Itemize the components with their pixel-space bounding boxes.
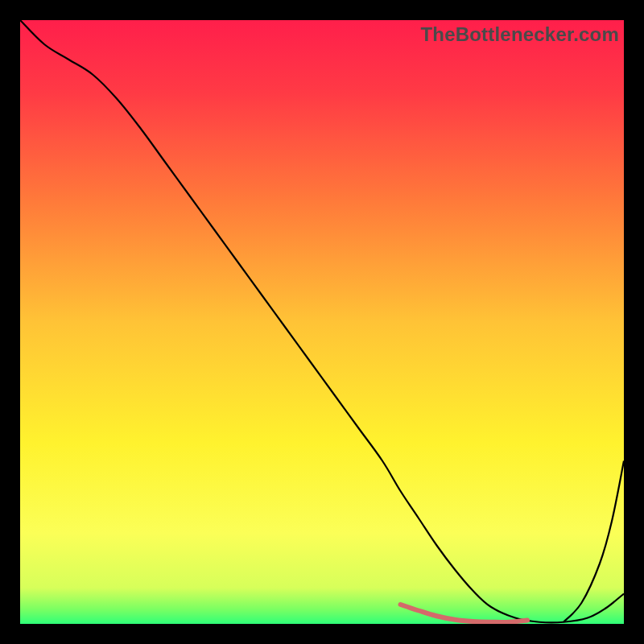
bottleneck-chart — [20, 20, 624, 624]
chart-frame: TheBottlenecker.com — [20, 20, 624, 624]
watermark-text: TheBottlenecker.com — [420, 23, 619, 46]
gradient-background — [20, 20, 624, 624]
